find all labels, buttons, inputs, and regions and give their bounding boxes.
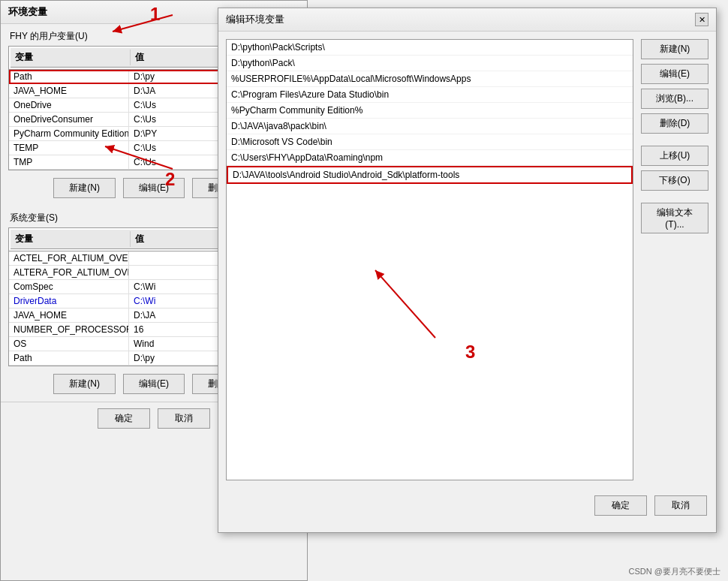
move-up-button[interactable]: 上移(U) bbox=[641, 146, 708, 166]
edit-path-button[interactable]: 编辑(E) bbox=[641, 64, 708, 84]
user-table-var-header: 变量 bbox=[11, 50, 131, 65]
sys-var-name-os: OS bbox=[9, 337, 129, 351]
user-var-name-java: JAVA_HOME bbox=[9, 84, 129, 98]
sys-var-val-actel bbox=[129, 251, 138, 265]
action-buttons: 新建(N) 编辑(E) 浏览(B)... 删除(D) 上移(U) 下移(O) 编… bbox=[641, 39, 708, 480]
delete-path-button[interactable]: 删除(D) bbox=[641, 113, 708, 134]
env-cancel-button[interactable]: 取消 bbox=[158, 408, 210, 429]
watermark: CSDN @要月亮不要便士 bbox=[629, 566, 720, 577]
sys-var-val-altera bbox=[129, 266, 138, 279]
user-var-val-onedriveconsumer: C:\Us bbox=[129, 113, 161, 126]
path-item-1[interactable]: D:\python\Pack\Scripts\ bbox=[227, 40, 633, 56]
edit-dialog-titlebar: 编辑环境变量 ✕ bbox=[218, 8, 716, 32]
sys-new-button[interactable]: 新建(N) bbox=[53, 374, 116, 394]
edit-dialog-content: D:\python\Pack\Scripts\ D:\python\Pack\ … bbox=[218, 32, 716, 488]
user-new-button[interactable]: 新建(N) bbox=[53, 178, 116, 198]
sys-edit-button[interactable]: 编辑(E) bbox=[123, 374, 185, 394]
user-var-name-onedriveconsumer: OneDriveConsumer bbox=[9, 113, 129, 126]
user-var-val-onedrive: C:\Us bbox=[129, 98, 161, 112]
path-item-3[interactable]: %USERPROFILE%\AppData\Local\Microsoft\Wi… bbox=[227, 71, 633, 87]
dialog-cancel-button[interactable]: 取消 bbox=[654, 495, 707, 516]
sys-table-var-header: 变量 bbox=[11, 231, 131, 247]
user-table-val-header: 值 bbox=[131, 50, 149, 65]
user-var-val-java: D:\JA bbox=[129, 84, 160, 98]
sys-var-name-javahome: JAVA_HOME bbox=[9, 309, 129, 322]
sys-var-name-altera: ALTERA_FOR_ALTIUM_OVE... bbox=[9, 266, 129, 279]
sys-table-val-header: 值 bbox=[131, 231, 149, 247]
user-var-name-temp: TEMP bbox=[9, 141, 129, 155]
user-var-name-pycharm: PyCharm Community Edition bbox=[9, 127, 129, 140]
sys-var-val-path: D:\py bbox=[129, 351, 159, 365]
env-ok-button[interactable]: 确定 bbox=[98, 408, 150, 429]
dialog-ok-button[interactable]: 确定 bbox=[594, 495, 647, 516]
user-edit-button[interactable]: 编辑(E) bbox=[123, 178, 185, 198]
edit-dialog-title: 编辑环境变量 bbox=[226, 13, 284, 26]
sys-var-name-comspec: ComSpec bbox=[9, 280, 129, 294]
user-var-name-tmp: TMP bbox=[9, 155, 129, 169]
path-item-2[interactable]: D:\python\Pack\ bbox=[227, 56, 633, 71]
move-down-button[interactable]: 下移(O) bbox=[641, 170, 708, 191]
path-list[interactable]: D:\python\Pack\Scripts\ D:\python\Pack\ … bbox=[226, 39, 633, 480]
sys-var-val-javahome: D:\JA bbox=[129, 309, 160, 322]
sys-var-val-comspec: C:\Wi bbox=[129, 280, 160, 294]
sys-var-name-actel: ACTEL_FOR_ALTIUM_OVER... bbox=[9, 251, 129, 265]
path-item-9[interactable]: D:\JAVA\tools\Android Studio\Android_Sdk… bbox=[227, 166, 633, 184]
user-var-name-path: Path bbox=[9, 70, 129, 83]
user-var-val-tmp: C:\Us bbox=[129, 155, 161, 169]
sys-var-name-path: Path bbox=[9, 351, 129, 365]
close-button[interactable]: ✕ bbox=[695, 13, 708, 26]
browse-button[interactable]: 浏览(B)... bbox=[641, 89, 708, 109]
edit-dialog: 编辑环境变量 ✕ D:\python\Pack\Scripts\ D:\pyth… bbox=[218, 8, 717, 533]
user-var-val-path: D:\py bbox=[129, 70, 159, 83]
sys-var-val-driverdata: C:\Wi bbox=[129, 294, 160, 308]
sys-var-val-numproc: 16 bbox=[129, 323, 148, 336]
dialog-bottom-buttons: 确定 取消 bbox=[218, 488, 716, 523]
path-item-5[interactable]: %PyCharm Community Edition% bbox=[227, 103, 633, 119]
path-item-4[interactable]: C:\Program Files\Azure Data Studio\bin bbox=[227, 87, 633, 103]
path-item-8[interactable]: C:\Users\FHY\AppData\Roaming\npm bbox=[227, 150, 633, 166]
user-var-val-pycharm: D:\PY bbox=[129, 127, 161, 140]
sys-var-name-driverdata: DriverData bbox=[9, 294, 129, 308]
path-item-6[interactable]: D:\JAVA\java8\pack\bin\ bbox=[227, 119, 633, 134]
sys-var-name-numproc: NUMBER_OF_PROCESSORS bbox=[9, 323, 129, 336]
edit-text-button[interactable]: 编辑文本(T)... bbox=[641, 203, 708, 233]
sys-var-val-os: Wind bbox=[129, 337, 158, 351]
path-item-7[interactable]: D:\Microsoft VS Code\bin bbox=[227, 134, 633, 150]
env-window-title: 环境变量 bbox=[8, 5, 47, 19]
user-var-val-temp: C:\Us bbox=[129, 141, 161, 155]
user-var-name-onedrive: OneDrive bbox=[9, 98, 129, 112]
new-path-button[interactable]: 新建(N) bbox=[641, 39, 708, 59]
